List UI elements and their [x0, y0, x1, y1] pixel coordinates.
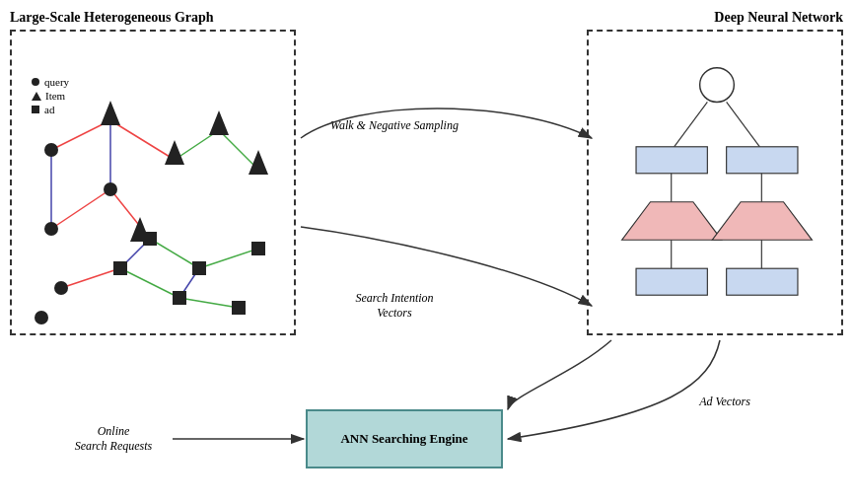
svg-line-4: [61, 268, 120, 288]
svg-point-16: [44, 222, 58, 236]
svg-rect-30: [113, 261, 127, 275]
walk-sampling-label: Walk & Negative Sampling: [316, 118, 473, 133]
svg-rect-26: [192, 261, 206, 275]
svg-rect-27: [173, 291, 186, 305]
ad-vectors-label: Ad Vectors: [675, 395, 774, 409]
svg-point-18: [54, 281, 68, 295]
svg-line-6: [219, 130, 258, 170]
svg-rect-25: [143, 232, 157, 246]
main-container: query Item ad: [0, 0, 853, 504]
svg-line-8: [199, 249, 258, 268]
svg-rect-35: [727, 147, 798, 174]
right-box-title: Deep Neural Network: [714, 10, 843, 26]
svg-point-31: [700, 68, 735, 103]
dnn-svg: [599, 61, 835, 327]
svg-line-33: [727, 102, 760, 146]
svg-line-9: [120, 268, 179, 298]
svg-rect-34: [636, 147, 707, 174]
svg-rect-28: [232, 301, 246, 315]
svg-line-32: [675, 102, 708, 146]
search-intention-label: Search IntentionVectors: [316, 291, 473, 321]
svg-point-17: [104, 182, 117, 196]
svg-point-19: [35, 311, 48, 324]
right-dnn-box: [587, 30, 843, 335]
ann-label: ANN Searching Engine: [340, 431, 467, 447]
svg-line-2: [51, 189, 110, 229]
svg-marker-21: [165, 140, 184, 165]
svg-point-15: [44, 143, 58, 157]
svg-marker-20: [101, 101, 120, 125]
svg-rect-43: [727, 268, 798, 295]
svg-marker-39: [712, 202, 812, 241]
ann-box: ANN Searching Engine: [306, 409, 503, 468]
svg-marker-22: [209, 110, 229, 135]
svg-rect-42: [636, 268, 707, 295]
svg-line-7: [150, 239, 199, 268]
left-box-title: Large-Scale Heterogeneous Graph: [10, 10, 214, 26]
graph-svg: [22, 71, 288, 327]
svg-marker-38: [622, 202, 722, 241]
left-graph-box: query Item ad: [10, 30, 296, 335]
svg-line-1: [110, 120, 175, 160]
svg-rect-29: [251, 242, 265, 255]
online-search-label: OnlineSearch Requests: [59, 424, 168, 454]
svg-line-10: [179, 298, 239, 308]
